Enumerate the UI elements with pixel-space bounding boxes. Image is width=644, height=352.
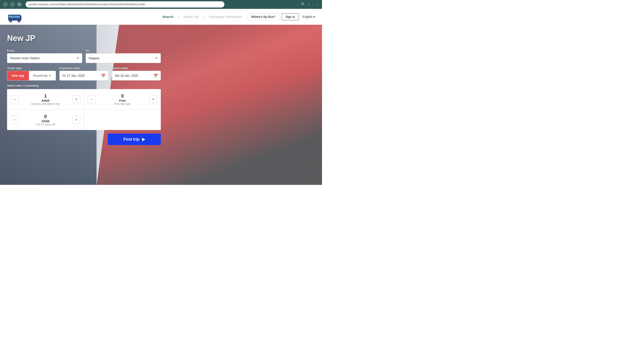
- child-traveller-info: 0 Child 2 to 17 years old: [21, 114, 70, 126]
- round-trip-label: Round trip: [33, 74, 48, 77]
- from-to-row: From Toronto Union Station ▼ To Niagara …: [7, 49, 161, 63]
- ticket-toggle: One way Round trip ▼: [7, 71, 56, 80]
- to-select[interactable]: Niagara ▼: [86, 53, 161, 63]
- adult-count: 1: [21, 93, 70, 99]
- nav-links: Search › Select Trip › Passenger Informa…: [160, 13, 315, 20]
- departure-date-picker[interactable]: Fri 17 Jan, 2025 📅: [60, 71, 108, 80]
- nav-search[interactable]: Search: [160, 14, 175, 20]
- language-label: English: [302, 15, 312, 19]
- svg-rect-1: [9, 16, 14, 18]
- free-increment-button[interactable]: +: [149, 95, 157, 103]
- hero-title: New JP: [7, 34, 161, 43]
- bookmark-icon[interactable]: ☆: [307, 2, 310, 7]
- adult-description: 18 years and above only: [21, 102, 70, 105]
- logo[interactable]: [7, 11, 22, 22]
- browser-toolbar: 🔍 ☆ ⋮: [301, 2, 319, 7]
- dates-row: Ticket type One way Round trip ▼ Departu…: [7, 67, 161, 80]
- child-decrement-button[interactable]: −: [10, 116, 18, 124]
- grid-empty-cell: [84, 110, 161, 130]
- navbar: Search › Select Trip › Passenger Informa…: [0, 9, 322, 25]
- svg-rect-2: [14, 16, 20, 18]
- adult-type: Adult: [21, 99, 70, 102]
- departure-date-value: Fri 17 Jan, 2025: [62, 74, 84, 77]
- back-button[interactable]: ←: [3, 2, 8, 7]
- nav-passenger-info[interactable]: Passenger Information: [207, 14, 244, 20]
- child-traveller-card: − 0 Child 2 to 17 years old +: [7, 110, 84, 130]
- search-icon[interactable]: 🔍: [301, 2, 306, 7]
- departure-date-group: Departure date Fri 17 Jan, 2025 📅: [60, 67, 108, 80]
- return-date-group: Return date Sat 18 Jan, 2025 📅: [112, 67, 161, 80]
- find-trip-row: Find trip ▶: [7, 133, 161, 145]
- return-date-label: Return date: [112, 67, 161, 70]
- from-value: Toronto Union Station: [10, 56, 40, 60]
- to-value: Niagara: [88, 56, 100, 60]
- svg-point-6: [18, 20, 20, 22]
- from-chevron-icon: ▼: [76, 56, 79, 60]
- one-way-button[interactable]: One way: [7, 71, 29, 80]
- ticket-type-group: Ticket type One way Round trip ▼: [7, 67, 56, 80]
- child-increment-button[interactable]: +: [72, 116, 80, 124]
- nav-chevron-2: ›: [204, 15, 204, 19]
- find-trip-button[interactable]: Find trip ▶: [108, 133, 161, 145]
- traveller-section-label: Select who is travelling: [7, 84, 161, 87]
- find-trip-label: Find trip: [124, 137, 139, 142]
- return-date-value: Sat 18 Jan, 2025: [115, 74, 138, 77]
- menu-icon[interactable]: ⋮: [316, 2, 319, 7]
- hero-section: New JP From Toronto Union Station ▼ To N…: [0, 25, 322, 185]
- svg-point-4: [10, 20, 11, 22]
- wheres-my-bus-button[interactable]: Where's My Bus?: [247, 13, 279, 20]
- adult-decrement-button[interactable]: −: [10, 95, 18, 103]
- child-count: 0: [21, 114, 70, 119]
- forward-button[interactable]: →: [10, 2, 15, 7]
- child-description: 2 to 17 years old: [21, 123, 70, 126]
- language-chevron: ▾: [314, 15, 315, 19]
- sign-in-button[interactable]: Sign In: [282, 13, 299, 20]
- to-field-group: To Niagara ▼: [86, 49, 161, 63]
- find-trip-arrow-icon: ▶: [142, 137, 145, 142]
- to-chevron-icon: ▼: [155, 56, 158, 60]
- nav-select-trip[interactable]: Select Trip: [182, 14, 201, 20]
- logo-icon: [7, 11, 22, 22]
- refresh-button[interactable]: ↻: [17, 2, 22, 7]
- return-date-picker[interactable]: Sat 18 Jan, 2025 📅: [112, 71, 161, 80]
- free-type: Free: [98, 99, 147, 102]
- from-select[interactable]: Toronto Union Station ▼: [7, 53, 82, 63]
- language-selector[interactable]: English ▾: [302, 15, 315, 19]
- adult-traveller-card: − 1 Adult 18 years and above only +: [7, 89, 84, 109]
- free-count: 0: [98, 93, 147, 99]
- to-label: To: [86, 49, 161, 52]
- free-traveller-card: − 0 Free Free fare type +: [84, 89, 161, 109]
- child-type: Child: [21, 119, 70, 123]
- free-description: Free fare type: [98, 102, 147, 105]
- from-label: From: [7, 49, 82, 52]
- departure-date-label: Departure date: [60, 67, 108, 70]
- adult-traveller-info: 1 Adult 18 years and above only: [21, 93, 70, 105]
- browser-chrome: ← → ↻ sandbox.betterez.com/cart/58dc128b…: [0, 0, 322, 9]
- nav-chevron-1: ›: [178, 15, 179, 19]
- round-trip-button[interactable]: Round trip ▼: [29, 71, 56, 80]
- address-bar[interactable]: sandbox.betterez.com/cart/58dc128bd2deb5…: [26, 1, 224, 8]
- return-calendar-icon: 📅: [154, 74, 158, 78]
- traveller-grid: − 1 Adult 18 years and above only + − 0 …: [7, 89, 161, 130]
- departure-calendar-icon: 📅: [101, 74, 106, 78]
- url-text: sandbox.betterez.com/cart/58dc128bd2deb5…: [28, 3, 145, 6]
- from-field-group: From Toronto Union Station ▼: [7, 49, 82, 63]
- free-decrement-button[interactable]: −: [88, 95, 96, 103]
- divider: [313, 2, 313, 7]
- adult-increment-button[interactable]: +: [72, 95, 80, 103]
- ticket-type-label: Ticket type: [7, 67, 56, 70]
- round-trip-chevron-icon: ▼: [49, 74, 51, 77]
- svg-rect-7: [8, 15, 20, 16]
- free-traveller-info: 0 Free Free fare type: [98, 93, 147, 105]
- search-panel: New JP From Toronto Union Station ▼ To N…: [0, 25, 168, 154]
